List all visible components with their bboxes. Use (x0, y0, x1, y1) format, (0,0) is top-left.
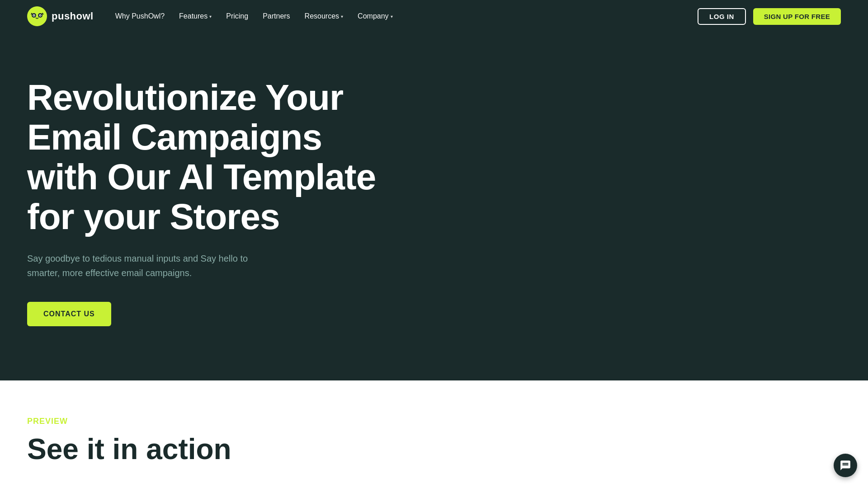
nav-item-partners[interactable]: Partners (263, 12, 290, 20)
hero-section: Revolutionize Your Email Campaigns with … (0, 33, 868, 380)
preview-label: PREVIEW (27, 417, 841, 426)
nav-links: Why PushOwl? Features ▾ Pricing Partners (115, 12, 393, 20)
chevron-down-icon: ▾ (209, 14, 212, 19)
chat-bubble-button[interactable] (834, 454, 857, 477)
nav-link-features[interactable]: Features ▾ (179, 12, 212, 20)
nav-link-why-pushowl[interactable]: Why PushOwl? (115, 12, 165, 20)
login-button[interactable]: LOG IN (698, 8, 746, 25)
logo[interactable]: pushowl (27, 6, 94, 26)
nav-link-resources[interactable]: Resources ▾ (305, 12, 343, 20)
nav-link-company[interactable]: Company ▾ (358, 12, 392, 20)
svg-point-6 (40, 15, 41, 16)
svg-point-5 (33, 15, 34, 16)
preview-title: See it in action (27, 433, 841, 465)
nav-item-pricing[interactable]: Pricing (226, 12, 248, 20)
chevron-down-icon: ▾ (341, 14, 343, 19)
signup-button[interactable]: SIGN UP FOR FREE (753, 8, 841, 25)
svg-point-0 (27, 6, 47, 26)
nav-item-features[interactable]: Features ▾ (179, 12, 212, 20)
chat-icon (840, 460, 851, 471)
preview-section: PREVIEW See it in action (0, 380, 868, 483)
hero-subtitle: Say goodbye to tedious manual inputs and… (27, 251, 271, 280)
nav-item-why-pushowl[interactable]: Why PushOwl? (115, 12, 165, 20)
navbar-left: pushowl Why PushOwl? Features ▾ Pricing (27, 6, 393, 26)
logo-icon (27, 6, 47, 26)
nav-link-partners[interactable]: Partners (263, 12, 290, 20)
hero-title: Revolutionize Your Email Campaigns with … (27, 78, 389, 237)
chevron-down-icon: ▾ (391, 14, 393, 19)
contact-us-button[interactable]: CONTACT US (27, 302, 111, 326)
nav-item-company[interactable]: Company ▾ (358, 12, 392, 20)
logo-text: pushowl (52, 10, 94, 22)
navbar: pushowl Why PushOwl? Features ▾ Pricing (0, 0, 868, 33)
nav-link-pricing[interactable]: Pricing (226, 12, 248, 20)
nav-item-resources[interactable]: Resources ▾ (305, 12, 343, 20)
navbar-right: LOG IN SIGN UP FOR FREE (698, 8, 841, 25)
